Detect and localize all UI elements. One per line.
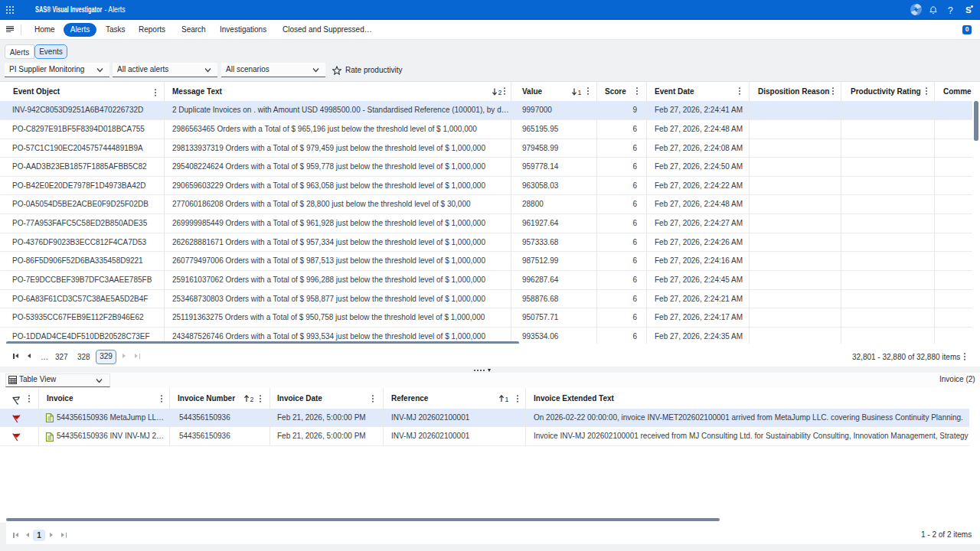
svg-text:2: 2 [498,89,502,96]
svg-text:2: 2 [250,396,254,403]
svg-text:1: 1 [505,396,509,403]
svg-text:1: 1 [578,89,582,96]
